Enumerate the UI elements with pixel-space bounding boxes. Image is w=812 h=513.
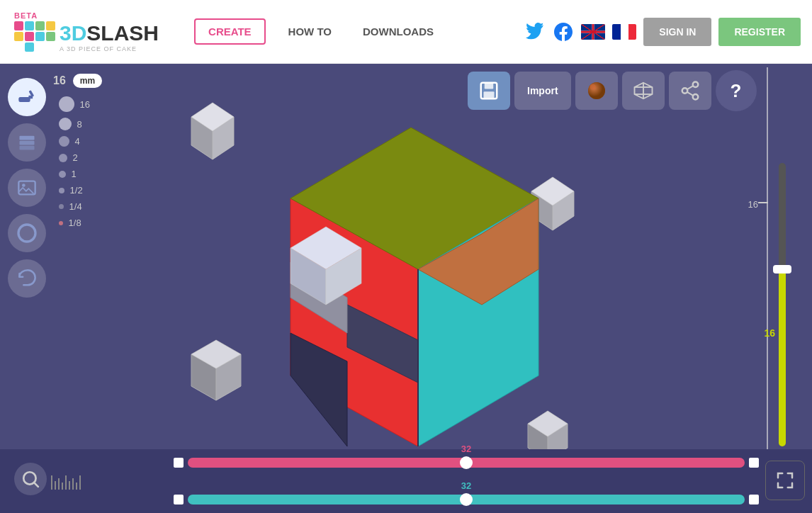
zoom-control[interactable] xyxy=(14,463,81,495)
svg-marker-39 xyxy=(528,411,568,436)
slider-pink-left-end[interactable] xyxy=(174,458,184,468)
hammer-tool[interactable] xyxy=(8,78,46,116)
uk-flag[interactable] xyxy=(581,24,605,40)
nav-howto[interactable]: HOW TO xyxy=(280,20,340,43)
svg-rect-0 xyxy=(18,97,30,102)
svg-marker-48 xyxy=(291,333,347,446)
mm-badge: mm xyxy=(73,74,102,88)
3d-scene xyxy=(0,64,812,513)
svg-point-19 xyxy=(692,82,698,88)
size-quarter[interactable]: 1/4 xyxy=(59,201,97,212)
svg-point-7 xyxy=(22,184,26,187)
size-16[interactable]: 16 xyxy=(59,96,97,112)
svg-line-56 xyxy=(34,483,38,487)
v-slider-handle[interactable] xyxy=(773,265,791,274)
svg-rect-11 xyxy=(484,91,495,98)
svg-rect-3 xyxy=(19,136,34,140)
undo-tool[interactable] xyxy=(8,259,46,298)
svg-rect-4 xyxy=(19,141,34,145)
svg-marker-25 xyxy=(191,117,213,159)
svg-marker-26 xyxy=(213,117,234,159)
svg-marker-28 xyxy=(531,177,574,230)
svg-marker-35 xyxy=(191,340,241,368)
material-button[interactable] xyxy=(575,72,618,110)
share-button[interactable] xyxy=(669,72,711,110)
logo-text: 3D SLASH A 3D PIECE OF CAKE xyxy=(60,21,159,52)
slider-pink-track[interactable]: 32 xyxy=(188,458,745,468)
logo-area: BETA 3D SLASH xyxy=(14,11,159,52)
nav-create[interactable]: CREATE xyxy=(194,18,266,45)
svg-marker-52 xyxy=(291,248,326,305)
svg-marker-45 xyxy=(291,128,538,269)
svg-marker-51 xyxy=(291,227,361,269)
svg-marker-31 xyxy=(531,177,574,205)
svg-rect-10 xyxy=(485,83,494,89)
svg-marker-33 xyxy=(191,354,216,400)
size-1[interactable]: 1 xyxy=(59,169,97,179)
svg-point-21 xyxy=(692,94,698,100)
svg-marker-32 xyxy=(191,340,241,400)
svg-point-8 xyxy=(18,225,35,242)
slider-pink-right-end[interactable] xyxy=(749,458,759,468)
register-button[interactable]: REGISTER xyxy=(718,18,801,46)
canvas-area: 16 mm 16 8 4 2 1 xyxy=(0,64,812,513)
slider-cyan-left-end[interactable] xyxy=(174,495,184,504)
slider-cyan-track[interactable]: 32 xyxy=(188,495,745,504)
top-toolbar: Import xyxy=(468,69,808,112)
size-4[interactable]: 4 xyxy=(59,136,97,147)
svg-marker-44 xyxy=(291,198,418,446)
svg-marker-29 xyxy=(531,191,553,230)
v-slider-value: 16 xyxy=(764,327,775,339)
svg-marker-34 xyxy=(216,354,241,400)
svg-marker-49 xyxy=(347,305,418,383)
image-tool[interactable] xyxy=(8,169,46,207)
logo-sub: A 3D PIECE OF CAKE xyxy=(60,45,159,52)
svg-line-22 xyxy=(687,92,693,96)
signin-button[interactable]: SIGN IN xyxy=(643,18,711,46)
bottom-area: 32 32 xyxy=(0,449,812,513)
header-right: SIGN IN REGISTER xyxy=(524,18,801,46)
nav-downloads[interactable]: DOWNLOADS xyxy=(354,20,442,43)
svg-marker-27 xyxy=(191,103,234,131)
beta-label: BETA xyxy=(14,11,38,20)
slider-cyan-thumb[interactable] xyxy=(460,493,473,506)
size-2[interactable]: 2 xyxy=(59,152,97,163)
logo-slash: SLASH xyxy=(86,21,159,45)
help-button[interactable]: ? xyxy=(716,70,757,111)
svg-marker-24 xyxy=(191,103,234,159)
nav-links: CREATE HOW TO DOWNLOADS xyxy=(194,18,442,45)
svg-marker-53 xyxy=(326,248,361,305)
svg-point-20 xyxy=(682,88,687,94)
import-button[interactable]: Import xyxy=(514,72,571,110)
slider-pink-value: 32 xyxy=(461,444,471,454)
facebook-icon[interactable] xyxy=(553,21,574,43)
size-half[interactable]: 1/2 xyxy=(59,185,97,196)
size-top-value: 16 xyxy=(53,74,66,87)
svg-marker-47 xyxy=(418,198,538,305)
twitter-icon[interactable] xyxy=(524,21,546,43)
model-button[interactable] xyxy=(622,72,665,110)
left-toolbar xyxy=(4,71,50,397)
svg-point-14 xyxy=(590,84,595,90)
svg-point-13 xyxy=(588,82,605,99)
size-eighth[interactable]: 1/8 xyxy=(59,218,97,228)
vertical-slider[interactable]: 16 xyxy=(774,163,791,446)
france-flag[interactable] xyxy=(612,24,636,40)
vertical-ruler: 16 xyxy=(761,67,775,478)
header: BETA 3D SLASH xyxy=(0,0,812,64)
layers-tool[interactable] xyxy=(8,123,46,162)
expand-button[interactable] xyxy=(765,461,805,500)
logo-3d: 3D xyxy=(60,21,86,45)
slider-cyan-value: 32 xyxy=(461,480,471,491)
svg-line-23 xyxy=(687,86,693,89)
svg-marker-30 xyxy=(553,191,574,230)
size-8[interactable]: 8 xyxy=(59,118,97,130)
save-button[interactable] xyxy=(468,72,510,110)
svg-marker-46 xyxy=(418,198,538,446)
slider-cyan-right-end[interactable] xyxy=(749,495,759,504)
slider-pink-thumb[interactable] xyxy=(460,456,473,469)
circle-tool[interactable] xyxy=(8,214,46,252)
svg-marker-50 xyxy=(291,262,347,333)
size-panel: 16 mm 16 8 4 2 1 xyxy=(53,74,102,228)
svg-rect-5 xyxy=(19,146,34,150)
